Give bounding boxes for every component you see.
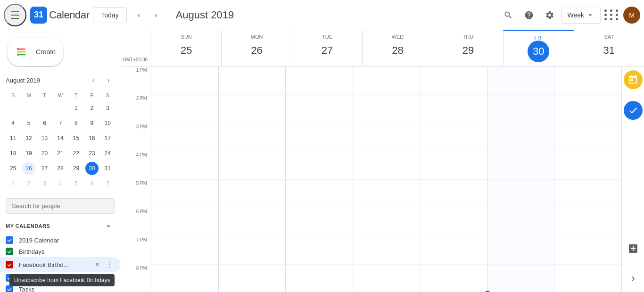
side-tasks-icon[interactable] xyxy=(624,101,643,120)
view-selector[interactable]: Week xyxy=(561,7,601,24)
settings-button[interactable] xyxy=(540,6,559,25)
hour-cell[interactable] xyxy=(420,180,487,208)
mini-cal-day[interactable]: 13 xyxy=(38,132,51,145)
hour-cell[interactable] xyxy=(151,123,218,151)
hour-cell[interactable] xyxy=(353,95,420,123)
my-calendar-item-facebook[interactable]: Facebook Birthd... ✕ ⋮ Unsubscribe from … xyxy=(0,257,121,272)
hour-cell[interactable] xyxy=(219,123,286,151)
hour-cell[interactable] xyxy=(219,67,286,95)
mini-cal-day[interactable]: 23 xyxy=(85,147,99,160)
hour-cell[interactable] xyxy=(219,265,286,292)
hour-cell[interactable] xyxy=(151,95,218,123)
mini-cal-day-today[interactable]: 30 xyxy=(85,162,99,175)
mini-cal-day[interactable]: 4 xyxy=(7,117,20,130)
hour-cell[interactable] xyxy=(219,151,286,180)
hour-cell[interactable] xyxy=(554,67,621,95)
search-button[interactable] xyxy=(499,6,518,25)
mini-cal-day[interactable]: 18 xyxy=(7,147,20,160)
hour-cell[interactable] xyxy=(353,265,420,292)
my-calendar-item-2019[interactable]: 2019 Calendar xyxy=(0,234,121,246)
hour-cell[interactable] xyxy=(286,265,353,292)
day-number-30-today[interactable]: 30 xyxy=(528,41,549,62)
hour-cell[interactable] xyxy=(151,265,218,292)
mini-cal-day[interactable]: 16 xyxy=(85,132,99,145)
mini-cal-day[interactable]: 2 xyxy=(85,101,99,115)
mini-cal-day[interactable]: 24 xyxy=(101,147,114,160)
hour-cell[interactable] xyxy=(219,95,286,123)
hour-cell[interactable] xyxy=(286,236,353,265)
mini-cal-day[interactable] xyxy=(22,101,35,115)
mini-cal-day[interactable]: 20 xyxy=(38,147,51,160)
hour-cell[interactable] xyxy=(353,208,420,236)
side-calendar-icon[interactable] xyxy=(624,70,643,89)
apps-button[interactable] xyxy=(603,6,621,25)
my-calendar-item-birthdays[interactable]: Birthdays xyxy=(0,246,121,257)
hour-cell[interactable] xyxy=(353,123,420,151)
hour-cell[interactable] xyxy=(353,180,420,208)
next-button[interactable]: › xyxy=(148,7,165,24)
hour-cell[interactable] xyxy=(286,180,353,208)
hour-cell[interactable] xyxy=(420,151,487,180)
day-number-28[interactable]: 28 xyxy=(387,40,408,61)
hour-cell[interactable] xyxy=(487,208,554,236)
day-number-27[interactable]: 27 xyxy=(316,40,338,61)
mini-cal-day[interactable]: 3 xyxy=(101,101,114,115)
hour-cell[interactable] xyxy=(151,180,218,208)
mini-cal-day[interactable]: 9 xyxy=(85,117,99,130)
mini-cal-day[interactable]: 17 xyxy=(101,132,114,145)
mini-cal-day[interactable] xyxy=(54,101,67,115)
hour-cell[interactable] xyxy=(420,123,487,151)
hour-cell[interactable] xyxy=(353,236,420,265)
mini-cal-day[interactable]: 6 xyxy=(85,177,99,190)
create-button[interactable]: Create xyxy=(8,38,63,66)
mini-cal-day[interactable]: 1 xyxy=(69,101,83,115)
day-number-29[interactable]: 29 xyxy=(457,40,479,61)
hour-cell[interactable] xyxy=(554,208,621,236)
my-calendar-item-tasks[interactable]: Tasks xyxy=(0,284,121,292)
hour-cell[interactable] xyxy=(554,151,621,180)
mini-cal-day[interactable]: 22 xyxy=(69,147,83,160)
mini-cal-day[interactable]: 25 xyxy=(7,162,20,175)
hour-cell[interactable] xyxy=(487,236,554,265)
hour-cell[interactable] xyxy=(151,208,218,236)
hour-cell[interactable] xyxy=(420,236,487,265)
hour-cell[interactable] xyxy=(554,265,621,292)
hour-cell[interactable] xyxy=(219,236,286,265)
hour-cell[interactable] xyxy=(286,151,353,180)
mini-cal-day[interactable] xyxy=(38,101,51,115)
mini-cal-day[interactable]: 3 xyxy=(38,177,51,190)
mini-cal-day[interactable]: 1 xyxy=(7,177,20,190)
avatar[interactable]: M xyxy=(623,7,640,24)
mini-cal-day[interactable] xyxy=(7,101,20,115)
today-button[interactable]: Today xyxy=(93,7,126,23)
mini-cal-day[interactable]: 12 xyxy=(22,132,35,145)
hour-cell[interactable] xyxy=(420,208,487,236)
hour-cell[interactable] xyxy=(353,67,420,95)
mini-cal-day[interactable]: 14 xyxy=(54,132,67,145)
hour-cell[interactable] xyxy=(151,151,218,180)
mini-cal-day[interactable]: 5 xyxy=(22,117,35,130)
hour-cell[interactable] xyxy=(286,95,353,123)
hour-cell[interactable] xyxy=(286,208,353,236)
hour-cell[interactable] xyxy=(554,95,621,123)
mini-cal-day[interactable]: 21 xyxy=(54,147,67,160)
hour-cell[interactable] xyxy=(420,95,487,123)
menu-button[interactable] xyxy=(4,4,26,26)
mini-cal-day[interactable]: 7 xyxy=(54,117,67,130)
facebook-calendar-unsubscribe-button[interactable]: ✕ xyxy=(91,259,103,270)
logo-area[interactable]: 31 Calendar xyxy=(30,7,89,24)
my-calendars-collapse-button[interactable] xyxy=(102,219,115,233)
day-number-26[interactable]: 26 xyxy=(246,40,268,61)
help-button[interactable] xyxy=(520,6,538,25)
mini-cal-day[interactable]: 31 xyxy=(101,162,114,175)
mini-cal-day[interactable]: 10 xyxy=(101,117,114,130)
mini-cal-day[interactable]: 2 xyxy=(22,177,35,190)
mini-cal-day[interactable]: 29 xyxy=(69,162,83,175)
mini-cal-day[interactable]: 7 xyxy=(101,177,114,190)
hour-cell[interactable] xyxy=(554,123,621,151)
my-calendar-item-reminders[interactable]: Reminders xyxy=(0,272,121,284)
hour-cell[interactable] xyxy=(151,236,218,265)
day-number-25[interactable]: 25 xyxy=(175,40,197,61)
day-number-31[interactable]: 31 xyxy=(598,40,620,61)
mini-cal-day[interactable]: 5 xyxy=(69,177,83,190)
